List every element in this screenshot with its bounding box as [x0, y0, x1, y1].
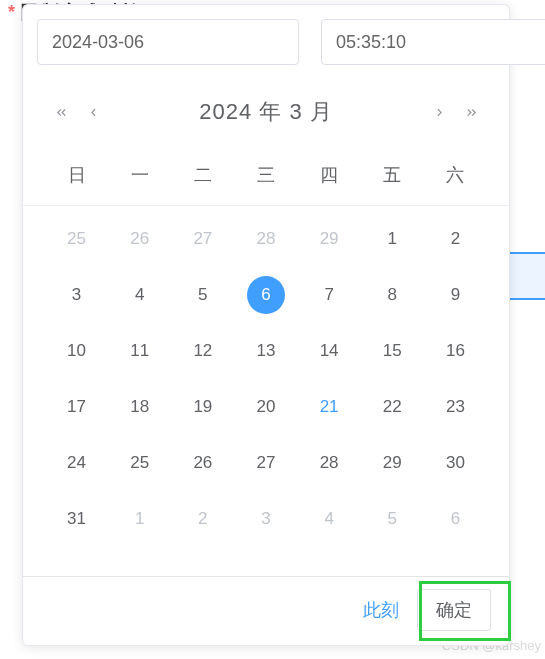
weekday-label: 四 [298, 155, 361, 195]
day-cell[interactable]: 22 [361, 384, 424, 430]
day-cell[interactable]: 1 [361, 216, 424, 262]
day-cell[interactable]: 15 [361, 328, 424, 374]
date-input[interactable] [37, 19, 299, 65]
day-cell[interactable]: 11 [108, 328, 171, 374]
next-month-icon[interactable] [429, 102, 449, 122]
day-cell[interactable]: 26 [108, 216, 171, 262]
weekday-label: 六 [424, 155, 487, 195]
day-cell[interactable]: 16 [424, 328, 487, 374]
calendar-header: 2024 年 3 月 [23, 77, 509, 141]
day-cell[interactable]: 1 [108, 496, 171, 542]
day-cell[interactable]: 4 [108, 272, 171, 318]
day-cell[interactable]: 6 [424, 496, 487, 542]
time-input[interactable] [321, 19, 545, 65]
day-cell[interactable]: 9 [424, 272, 487, 318]
day-cell[interactable]: 18 [108, 384, 171, 430]
day-cell[interactable]: 25 [45, 216, 108, 262]
days-grid: 2526272829123456789101112131415161718192… [23, 206, 509, 542]
prev-month-icon[interactable] [83, 102, 103, 122]
day-cell[interactable]: 23 [424, 384, 487, 430]
day-cell[interactable]: 17 [45, 384, 108, 430]
day-cell[interactable]: 28 [234, 216, 297, 262]
weekday-label: 一 [108, 155, 171, 195]
next-year-icon[interactable] [461, 102, 481, 122]
day-cell[interactable]: 3 [234, 496, 297, 542]
weekday-label: 五 [361, 155, 424, 195]
day-cell[interactable]: 24 [45, 440, 108, 486]
day-cell[interactable]: 14 [298, 328, 361, 374]
datetime-picker-panel: 2024 年 3 月 日一二三四五六 252627282912345678910… [22, 4, 510, 646]
day-cell[interactable]: 20 [234, 384, 297, 430]
day-cell[interactable]: 5 [171, 272, 234, 318]
day-cell[interactable]: 27 [234, 440, 297, 486]
day-cell[interactable]: 6 [234, 272, 297, 318]
month-year-label[interactable]: 2024 年 3 月 [199, 97, 333, 127]
day-cell[interactable]: 2 [424, 216, 487, 262]
day-cell[interactable]: 30 [424, 440, 487, 486]
confirm-button[interactable]: 确定 [417, 589, 491, 631]
day-cell[interactable]: 5 [361, 496, 424, 542]
day-cell[interactable]: 2 [171, 496, 234, 542]
weekday-label: 二 [171, 155, 234, 195]
now-button[interactable]: 此刻 [363, 598, 399, 622]
day-cell[interactable]: 21 [298, 384, 361, 430]
day-cell[interactable]: 12 [171, 328, 234, 374]
picker-footer: 此刻 确定 [23, 576, 509, 645]
day-cell[interactable]: 27 [171, 216, 234, 262]
day-cell[interactable]: 19 [171, 384, 234, 430]
weekday-row: 日一二三四五六 [23, 141, 509, 206]
weekday-label: 三 [234, 155, 297, 195]
day-cell[interactable]: 3 [45, 272, 108, 318]
day-cell[interactable]: 7 [298, 272, 361, 318]
day-cell[interactable]: 13 [234, 328, 297, 374]
day-cell[interactable]: 28 [298, 440, 361, 486]
background-accent [505, 252, 545, 300]
day-cell[interactable]: 29 [298, 216, 361, 262]
weekday-label: 日 [45, 155, 108, 195]
day-cell[interactable]: 29 [361, 440, 424, 486]
prev-year-icon[interactable] [51, 102, 71, 122]
day-cell[interactable]: 31 [45, 496, 108, 542]
day-cell[interactable]: 25 [108, 440, 171, 486]
day-cell[interactable]: 26 [171, 440, 234, 486]
day-cell[interactable]: 8 [361, 272, 424, 318]
day-cell[interactable]: 10 [45, 328, 108, 374]
input-row [23, 5, 509, 77]
day-cell[interactable]: 4 [298, 496, 361, 542]
